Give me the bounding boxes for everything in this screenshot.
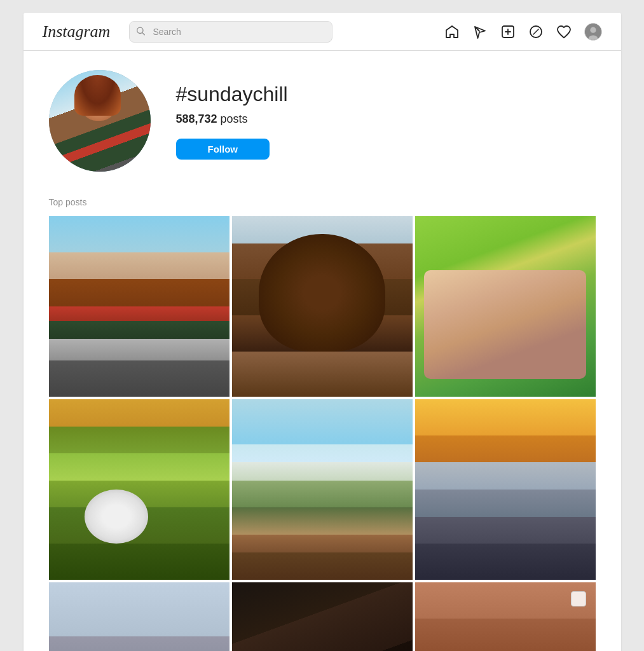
svg-point-0 (137, 27, 143, 33)
posts-grid (49, 216, 596, 580)
post-count: 588,732 posts (176, 113, 596, 126)
post-item[interactable] (415, 582, 596, 651)
post-item[interactable] (49, 216, 230, 397)
post-image-5 (232, 399, 413, 580)
search-bar (129, 21, 332, 43)
header: Instagram (24, 13, 621, 51)
post-image-2 (232, 216, 413, 397)
post-image-1 (49, 216, 230, 397)
search-input[interactable] (129, 21, 332, 43)
svg-line-1 (142, 32, 145, 35)
post-item[interactable] (232, 399, 413, 580)
hashtag-avatar (49, 70, 151, 172)
send-icon[interactable] (472, 24, 488, 39)
search-icon (135, 25, 146, 38)
post-image-4 (49, 399, 230, 580)
post-item[interactable] (415, 399, 596, 580)
create-post-icon[interactable] (500, 24, 516, 39)
post-item[interactable] (49, 399, 230, 580)
notifications-icon[interactable] (556, 24, 572, 39)
home-icon[interactable] (444, 24, 460, 39)
profile-info: #sundaychill 588,732 posts Follow (176, 83, 596, 160)
posts-bottom-row (49, 582, 596, 651)
post-item[interactable] (415, 216, 596, 397)
main-content: #sundaychill 588,732 posts Follow Top po… (24, 51, 621, 651)
svg-point-8 (590, 27, 596, 32)
post-image-9 (415, 582, 596, 651)
hashtag-title: #sundaychill (176, 83, 596, 106)
post-count-label: posts (221, 113, 248, 125)
avatar-image (49, 70, 151, 172)
post-image-3 (415, 216, 596, 397)
follow-button[interactable]: Follow (176, 139, 270, 160)
post-item[interactable] (49, 582, 230, 651)
instagram-logo[interactable]: Instagram (43, 22, 111, 41)
top-posts-section: Top posts (49, 197, 596, 651)
user-avatar[interactable] (584, 23, 602, 41)
post-count-number: 588,732 (176, 113, 217, 125)
profile-header: #sundaychill 588,732 posts Follow (49, 70, 596, 172)
post-image-7 (49, 582, 230, 651)
post-item[interactable] (232, 216, 413, 397)
header-nav (444, 23, 602, 41)
post-image-6 (415, 399, 596, 580)
explore-icon[interactable] (528, 24, 544, 39)
svg-marker-6 (533, 29, 538, 34)
app-container: Instagram (24, 13, 621, 651)
post-item[interactable] (232, 582, 413, 651)
section-label: Top posts (49, 197, 596, 207)
post-image-8 (232, 582, 413, 651)
